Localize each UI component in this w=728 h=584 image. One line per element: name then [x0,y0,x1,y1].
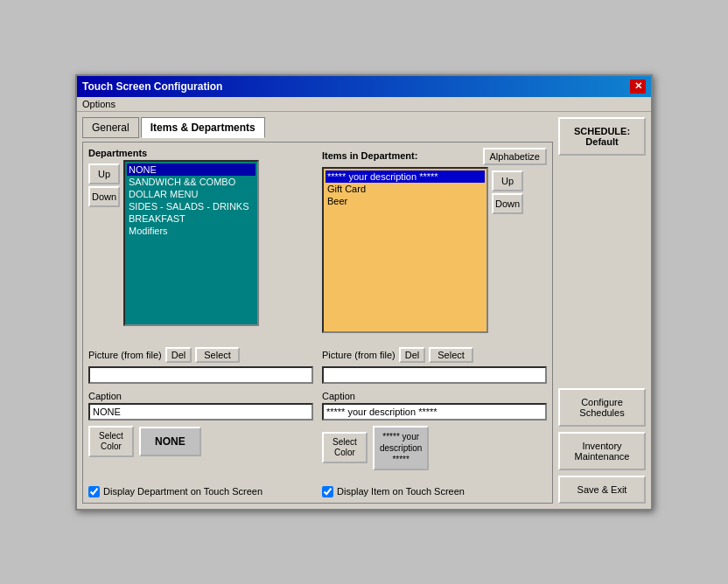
dept-picture-row: Picture (from file) Del Select [88,347,313,363]
display-item-checkbox[interactable] [322,486,333,497]
dept-item-dollar[interactable]: DOLLAR MENU [127,188,256,200]
tab-bar: General Items & Departments [82,117,553,138]
two-columns: Departments Up Down NONE SANDWICH && COM… [88,148,547,333]
items-up-down-buttons: Up Down [492,167,523,333]
departments-label: Departments [88,148,313,158]
inventory-maintenance-button[interactable]: InventoryMaintenance [558,432,646,470]
main-content: General Items & Departments Departments … [77,112,651,509]
item-gift[interactable]: Gift Card [326,183,485,195]
dept-picture-label: Picture (from file) [88,350,162,360]
items-header: Items in Department: Alphabetize [322,148,547,165]
alphabetize-button[interactable]: Alphabetize [483,148,548,165]
dept-item-modifiers[interactable]: Modifiers [127,225,256,237]
dept-caption-input[interactable] [88,403,313,421]
items-down-button[interactable]: Down [492,193,523,214]
dept-del-button[interactable]: Del [165,347,192,363]
close-button[interactable]: ✕ [630,80,646,94]
display-dept-checkbox[interactable] [88,486,100,497]
main-window: Touch Screen Configuration ✕ Options Gen… [75,74,653,511]
dept-up-button[interactable]: Up [88,163,120,184]
tab-general[interactable]: General [82,117,139,138]
items-list[interactable]: ***** your description ***** Gift Card B… [322,167,488,333]
options-menu[interactable]: Options [82,99,116,109]
items-col: Items in Department: Alphabetize ***** y… [322,148,547,333]
right-panel: SCHEDULE:Default ConfigureSchedules Inve… [558,117,646,504]
item-beer[interactable]: Beer [326,195,485,207]
display-dept-checkbox-row: Display Department on Touch Screen [88,486,313,497]
menu-bar: Options [77,97,651,112]
dept-caption-label: Caption [88,391,313,401]
items-select-button[interactable]: Select [429,347,473,363]
dept-select-color-button[interactable]: SelectColor [88,426,134,457]
checkbox-rows: Display Department on Touch Screen Displ… [88,479,547,497]
item-desc[interactable]: ***** your description ***** [326,170,485,183]
schedule-button[interactable]: SCHEDULE:Default [558,117,646,156]
picture-rows: Picture (from file) Del Select Picture (… [88,340,547,384]
display-item-col: Display Item on Touch Screen [322,479,547,497]
dept-list-with-buttons: Up Down NONE SANDWICH && COMBO DOLLAR ME… [88,160,313,326]
dept-select-button[interactable]: Select [195,347,240,363]
items-list-with-buttons: ***** your description ***** Gift Card B… [322,167,547,333]
items-caption-input[interactable] [322,403,547,421]
display-dept-label: Display Department on Touch Screen [103,486,262,497]
dept-item-breakfast[interactable]: BREAKFAST [127,212,256,225]
dept-item-sides[interactable]: SIDES - SALADS - DRINKS [127,200,256,212]
dept-picture-input[interactable] [88,366,313,384]
items-picture-input[interactable] [322,366,547,384]
dept-color-row: SelectColor NONE [88,426,313,457]
display-dept-col: Display Department on Touch Screen [88,479,313,497]
display-item-label: Display Item on Touch Screen [337,486,465,497]
items-picture-row: Picture (from file) Del Select [322,347,547,363]
dept-item-sandwich[interactable]: SANDWICH && COMBO [127,176,256,188]
dept-picture-col: Picture (from file) Del Select [88,340,313,384]
items-picture-col: Picture (from file) Del Select [322,340,547,384]
tab-items-departments[interactable]: Items & Departments [141,117,265,138]
dept-none-button[interactable]: NONE [139,427,201,456]
items-in-dept-label: Items in Department: [322,150,417,161]
title-bar: Touch Screen Configuration ✕ [77,76,651,97]
save-exit-button[interactable]: Save & Exit [558,476,646,504]
window-title: Touch Screen Configuration [82,80,222,93]
items-caption-label: Caption [322,391,547,401]
dept-down-button[interactable]: Down [88,186,120,207]
items-your-desc-button[interactable]: ***** yourdescription***** [373,426,429,470]
caption-rows: Caption SelectColor NONE Caption SelectC… [88,387,547,470]
items-up-button[interactable]: Up [492,170,523,191]
items-del-button[interactable]: Del [399,347,426,363]
left-panel: General Items & Departments Departments … [82,117,553,504]
items-picture-label: Picture (from file) [322,350,396,360]
display-item-checkbox-row: Display Item on Touch Screen [322,486,547,497]
configure-schedules-button[interactable]: ConfigureSchedules [558,388,646,427]
items-select-color-button[interactable]: SelectColor [322,432,368,463]
departments-list[interactable]: NONE SANDWICH && COMBO DOLLAR MENU SIDES… [123,160,259,326]
departments-col: Departments Up Down NONE SANDWICH && COM… [88,148,313,333]
items-caption-col: Caption SelectColor ***** yourdescriptio… [322,387,547,470]
items-color-row: SelectColor ***** yourdescription***** [322,426,547,470]
dept-list-buttons: Up Down [88,160,120,326]
main-area: Departments Up Down NONE SANDWICH && COM… [82,142,553,504]
dept-caption-col: Caption SelectColor NONE [88,387,313,470]
dept-item-none[interactable]: NONE [127,163,256,176]
